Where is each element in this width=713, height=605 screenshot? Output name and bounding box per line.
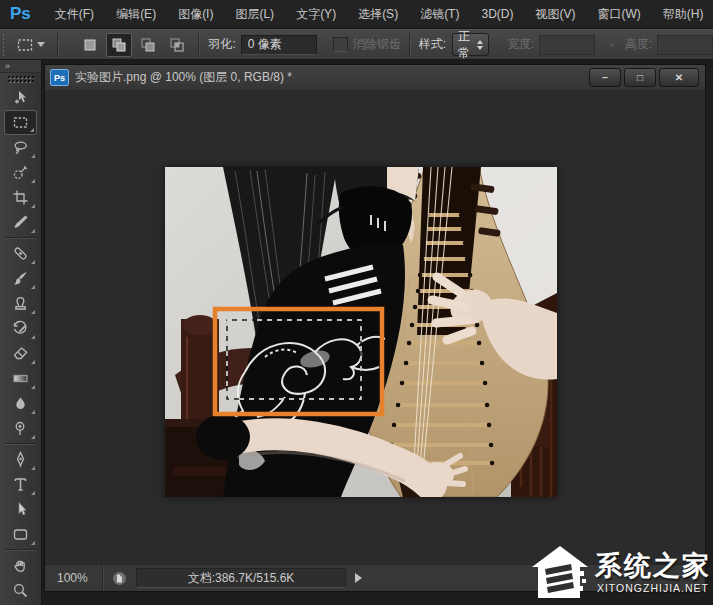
- chevron-down-icon: [37, 42, 45, 47]
- rectangular-marquee-icon: [12, 114, 29, 131]
- zoom-tool[interactable]: [4, 578, 37, 603]
- menu-image[interactable]: 图像(I): [167, 0, 224, 28]
- intersect-selection-button[interactable]: [164, 33, 190, 57]
- rounded-rectangle-icon: [12, 526, 29, 543]
- canvas-image-wrap: [165, 167, 557, 497]
- blur-tool[interactable]: [4, 391, 37, 416]
- brush-icon: [12, 270, 29, 287]
- clone-stamp-tool[interactable]: [4, 291, 37, 316]
- divider: [409, 33, 411, 57]
- document-title-bar[interactable]: Ps 实验图片.png @ 100% (图层 0, RGB/8) * – □ ✕: [45, 65, 705, 91]
- swap-dimensions-icon[interactable]: [609, 38, 614, 52]
- site-watermark: 系统之家 XITONGZHIJIA.NET: [532, 545, 711, 601]
- menu-filter[interactable]: 滤镜(T): [409, 0, 470, 28]
- hand-icon: [12, 557, 29, 574]
- menu-help[interactable]: 帮助(H): [652, 0, 713, 28]
- move-tool[interactable]: [4, 85, 37, 110]
- ps-app-logo: Ps: [0, 4, 44, 24]
- window-controls: – □ ✕: [589, 68, 700, 87]
- subtract-from-selection-icon: [140, 37, 156, 53]
- menu-3d[interactable]: 3D(D): [470, 0, 524, 28]
- quick-selection-tool[interactable]: [4, 160, 37, 185]
- height-input[interactable]: [657, 35, 713, 55]
- dodge-tool[interactable]: [4, 416, 37, 441]
- menu-file[interactable]: 文件(F): [44, 0, 105, 28]
- menu-bar: Ps 文件(F) 编辑(E) 图像(I) 图层(L) 文字(Y) 选择(S) 滤…: [0, 0, 713, 29]
- canvas-image: [165, 167, 557, 497]
- history-brush-tool[interactable]: [4, 316, 37, 341]
- menu-edit[interactable]: 编辑(E): [105, 0, 167, 28]
- document-window: Ps 实验图片.png @ 100% (图层 0, RGB/8) * – □ ✕: [44, 64, 706, 592]
- tool-preset-button[interactable]: [12, 35, 49, 55]
- eyedropper-tool[interactable]: [4, 210, 37, 235]
- new-selection-icon: [82, 37, 98, 53]
- eyedropper-icon: [12, 214, 29, 231]
- divider: [57, 33, 59, 57]
- feather-input[interactable]: [241, 35, 317, 55]
- xitongzhijia-house-logo: [532, 545, 590, 601]
- ps-file-icon: Ps: [50, 69, 69, 86]
- zoom-level-value: 100%: [57, 571, 88, 585]
- tools-panel-grip[interactable]: [7, 75, 34, 84]
- tool-group-divider: [5, 443, 36, 445]
- minimize-button[interactable]: –: [589, 68, 621, 87]
- crop-icon: [12, 189, 29, 206]
- dodge-icon: [12, 420, 29, 437]
- tools-panel: »: [0, 60, 42, 605]
- watermark-site-domain: XITONGZHIJIA.NET: [597, 583, 709, 594]
- menu-type[interactable]: 文字(Y): [285, 0, 347, 28]
- width-label: 宽度:: [507, 36, 534, 53]
- style-dropdown-value: 正常: [458, 28, 477, 62]
- eraser-tool[interactable]: [4, 341, 37, 366]
- lasso-icon: [12, 139, 29, 156]
- clone-stamp-icon: [12, 295, 29, 312]
- menu-layer[interactable]: 图层(L): [224, 0, 285, 28]
- brush-tool[interactable]: [4, 266, 37, 291]
- hand-tool[interactable]: [4, 553, 37, 578]
- type-T-icon: [12, 476, 29, 493]
- magnifier-icon: [12, 582, 29, 599]
- width-input[interactable]: [539, 35, 595, 55]
- antialias-checkbox[interactable]: [333, 37, 348, 52]
- collapse-panels-button[interactable]: »: [0, 60, 41, 73]
- crop-tool[interactable]: [4, 185, 37, 210]
- path-selection-arrow-icon: [12, 501, 29, 518]
- rectangular-marquee-tool[interactable]: [4, 110, 37, 135]
- spinner-arrows-icon: [477, 40, 483, 50]
- height-label: 高度:: [625, 36, 652, 53]
- move-icon: [12, 89, 29, 106]
- history-brush-icon: [12, 320, 29, 337]
- triangle-right-icon: [355, 573, 362, 583]
- zoom-level-field[interactable]: 100%: [45, 565, 103, 591]
- intersect-selection-icon: [169, 37, 185, 53]
- rectangle-shape-tool[interactable]: [4, 522, 37, 547]
- antialias-label: 消除锯齿: [353, 36, 401, 53]
- new-selection-button[interactable]: [77, 33, 103, 57]
- pen-tool[interactable]: [4, 447, 37, 472]
- subtract-from-selection-button[interactable]: [135, 33, 161, 57]
- type-tool[interactable]: [4, 472, 37, 497]
- healing-brush-icon: [12, 245, 29, 262]
- photoshop-app: Ps 文件(F) 编辑(E) 图像(I) 图层(L) 文字(Y) 选择(S) 滤…: [0, 0, 713, 605]
- close-button[interactable]: ✕: [659, 68, 699, 87]
- divider: [198, 33, 200, 57]
- gradient-tool[interactable]: [4, 366, 37, 391]
- add-to-selection-button[interactable]: [106, 33, 132, 57]
- lasso-tool[interactable]: [4, 135, 37, 160]
- status-options-button[interactable]: [346, 569, 370, 587]
- maximize-button[interactable]: □: [624, 68, 656, 87]
- menu-window[interactable]: 窗口(W): [586, 0, 651, 28]
- menu-select[interactable]: 选择(S): [347, 0, 409, 28]
- style-dropdown[interactable]: 正常: [452, 33, 489, 56]
- quick-selection-icon: [12, 164, 29, 181]
- menu-view[interactable]: 视图(V): [524, 0, 586, 28]
- document-size-info: 文档:386.7K/515.6K: [136, 568, 346, 588]
- document-title: 实验图片.png @ 100% (图层 0, RGB/8) *: [75, 69, 292, 86]
- tool-group-divider: [5, 237, 36, 239]
- canvas-area[interactable]: [45, 90, 705, 565]
- gradient-icon: [12, 370, 29, 387]
- options-bar-grip[interactable]: [2, 33, 4, 57]
- feather-label: 羽化:: [208, 36, 235, 53]
- spot-healing-brush-tool[interactable]: [4, 241, 37, 266]
- path-selection-tool[interactable]: [4, 497, 37, 522]
